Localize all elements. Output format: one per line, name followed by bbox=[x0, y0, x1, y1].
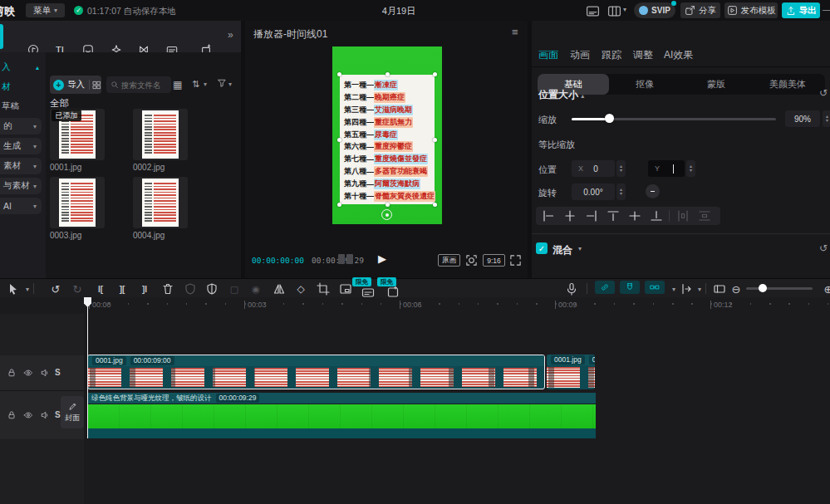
selection-handle[interactable] bbox=[337, 72, 341, 76]
preview-canvas[interactable]: 第一種—漸凍症 第二種—晚期癌症 第三種—艾滋病晚期 第四種—重症肌無力 第五種… bbox=[332, 46, 442, 224]
preview-axis-chevron[interactable]: ▾ bbox=[693, 282, 706, 296]
blend-checkbox[interactable]: ✓ bbox=[536, 242, 548, 254]
align-middle-v-icon[interactable] bbox=[628, 209, 641, 223]
selection-handle[interactable] bbox=[337, 203, 341, 207]
nav-item-import[interactable]: 入 ▴ bbox=[0, 59, 46, 76]
fullscreen-icon[interactable] bbox=[509, 254, 522, 267]
sort-chevron-icon[interactable]: ▾ bbox=[204, 81, 207, 88]
scale-stepper[interactable]: ▴▾ bbox=[823, 110, 830, 127]
lock-icon[interactable] bbox=[7, 410, 17, 420]
selected-image-layer[interactable]: 第一種—漸凍症 第二種—晚期癌症 第三種—艾滋病晚期 第四種—重症肌無力 第五種… bbox=[340, 75, 435, 204]
play-button[interactable]: ▶ bbox=[378, 252, 386, 265]
filter-icon[interactable] bbox=[217, 78, 227, 88]
scale-value-box[interactable]: 90% bbox=[785, 110, 820, 127]
minimize-button[interactable]: — bbox=[823, 4, 830, 14]
clip[interactable]: 0001.jpg 00:00 bbox=[547, 355, 595, 389]
pip-icon[interactable] bbox=[339, 282, 352, 296]
preview-axis-icon[interactable] bbox=[680, 282, 693, 296]
layout-panels-icon[interactable] bbox=[607, 4, 621, 17]
selection-handle[interactable] bbox=[433, 138, 437, 142]
align-center-h-icon[interactable] bbox=[563, 209, 577, 223]
import-grid-icon[interactable] bbox=[92, 81, 101, 90]
view-grid-icon[interactable]: ▦ bbox=[173, 79, 182, 91]
auto-snap-toggle[interactable] bbox=[645, 281, 665, 294]
link-clips-toggle[interactable] bbox=[595, 281, 615, 294]
timeline-view-icon[interactable] bbox=[713, 282, 726, 296]
layout-chevron-icon[interactable]: ▾ bbox=[623, 6, 626, 13]
nav-item-group-3[interactable]: 素材 ▾ bbox=[0, 158, 42, 174]
nav-item-ai[interactable]: AI ▾ bbox=[0, 198, 42, 214]
mute-track-icon[interactable] bbox=[40, 410, 50, 420]
rotate-value-box[interactable]: 0.00° bbox=[572, 183, 615, 200]
reset-blend-icon[interactable]: ↺ bbox=[819, 242, 828, 254]
mirror-icon[interactable] bbox=[273, 282, 286, 296]
selected-clip[interactable]: 0001.jpg 00:00:09:00 bbox=[87, 355, 545, 389]
crop-icon[interactable] bbox=[317, 282, 330, 296]
import-button[interactable]: + 导入 bbox=[50, 76, 101, 94]
nav-item-group-4[interactable]: 与素材 ▾ bbox=[0, 178, 42, 194]
select-tool-icon[interactable] bbox=[7, 282, 20, 296]
solo-track-button[interactable]: S bbox=[55, 410, 61, 419]
nav-item-group-1[interactable]: 的 ▾ bbox=[0, 118, 42, 135]
align-bottom-icon[interactable] bbox=[650, 209, 663, 223]
select-tool-chevron[interactable]: ▾ bbox=[21, 282, 34, 296]
selection-handle[interactable] bbox=[386, 72, 390, 76]
focus-zoom-icon[interactable] bbox=[465, 254, 478, 267]
media-item[interactable] bbox=[50, 177, 105, 228]
blend-chevron-icon[interactable]: ▾ bbox=[578, 245, 582, 252]
filter-chevron-icon[interactable]: ▾ bbox=[228, 81, 232, 88]
mute-track-icon[interactable] bbox=[40, 368, 50, 378]
rotate-stepper[interactable]: ▴▾ bbox=[616, 183, 626, 200]
tab-animation[interactable]: 动画 bbox=[570, 48, 590, 62]
aspect-ratio-button[interactable]: 9:16 bbox=[483, 254, 505, 267]
snap-chevron-icon[interactable]: ▾ bbox=[667, 282, 680, 296]
media-filter-all[interactable]: 全部 bbox=[50, 97, 69, 110]
search-input[interactable] bbox=[121, 81, 171, 90]
menu-button[interactable]: 菜单 ▾ bbox=[26, 3, 65, 17]
position-y-box[interactable]: Y bbox=[648, 160, 685, 177]
tab-picture[interactable]: 画面 bbox=[538, 48, 558, 62]
timeline-zoom-in-icon[interactable]: ⊕ bbox=[822, 282, 830, 296]
record-voiceover-icon[interactable] bbox=[565, 282, 578, 296]
toolbar-item-media-active[interactable] bbox=[0, 24, 3, 49]
selection-handle[interactable] bbox=[337, 138, 341, 142]
split-right-icon[interactable]: ]I bbox=[138, 282, 151, 296]
tab-adjust[interactable]: 调整 bbox=[633, 48, 653, 62]
quality-button[interactable]: 原画 bbox=[438, 254, 460, 267]
solo-track-button[interactable]: S bbox=[55, 368, 61, 377]
toolbar-more-button[interactable]: » bbox=[228, 29, 233, 41]
position-x-stepper[interactable]: ▴▾ bbox=[616, 160, 626, 177]
cover-button[interactable]: 封面 bbox=[61, 396, 84, 428]
hide-track-icon[interactable] bbox=[23, 368, 33, 378]
sort-icon[interactable]: ⇅ bbox=[192, 79, 199, 90]
split-left-icon[interactable]: ][ bbox=[115, 282, 129, 296]
align-right-icon[interactable] bbox=[585, 209, 598, 223]
subtab-mask[interactable]: 蒙版 bbox=[680, 74, 752, 95]
tab-ai-effects[interactable]: AI效果 bbox=[664, 48, 693, 62]
scale-slider-handle[interactable] bbox=[605, 114, 614, 123]
nav-item-draft[interactable]: 草稿 bbox=[0, 98, 46, 115]
split-icon[interactable]: I[ bbox=[94, 282, 107, 296]
undo-icon[interactable]: ↺ bbox=[49, 282, 62, 296]
export-button[interactable]: 导出 bbox=[782, 2, 820, 18]
selection-handle[interactable] bbox=[433, 72, 437, 76]
section-position-size[interactable]: 位置大小 ▴ bbox=[538, 88, 584, 102]
subtab-cutout[interactable]: 抠像 bbox=[609, 74, 680, 95]
subtitle-view-icon[interactable] bbox=[586, 4, 600, 17]
delete-icon[interactable] bbox=[161, 282, 174, 296]
playhead-line[interactable] bbox=[87, 297, 89, 438]
svip-button[interactable]: SVIP bbox=[634, 2, 675, 18]
selection-handle[interactable] bbox=[433, 203, 437, 207]
media-item[interactable]: 已添加 bbox=[50, 109, 105, 160]
publish-template-button[interactable]: 发布模板 bbox=[724, 2, 778, 18]
nav-item-group-2[interactable]: 生成 ▾ bbox=[0, 138, 42, 154]
nav-item-material[interactable]: 材 bbox=[0, 79, 46, 95]
background-clip[interactable]: 绿色纯色背景与哑光纹理，皱纸的设计 00:00:09:29 bbox=[87, 393, 596, 438]
timeline-zoom-handle[interactable] bbox=[759, 284, 767, 292]
timeline-zoom-out-icon[interactable]: ⊖ bbox=[729, 282, 743, 296]
media-item[interactable] bbox=[133, 109, 188, 160]
frame-step-icon[interactable] bbox=[338, 254, 345, 264]
rotate-knob[interactable] bbox=[646, 184, 660, 198]
mask-alt-icon[interactable] bbox=[205, 282, 219, 296]
share-button[interactable]: 分享 bbox=[680, 2, 720, 18]
